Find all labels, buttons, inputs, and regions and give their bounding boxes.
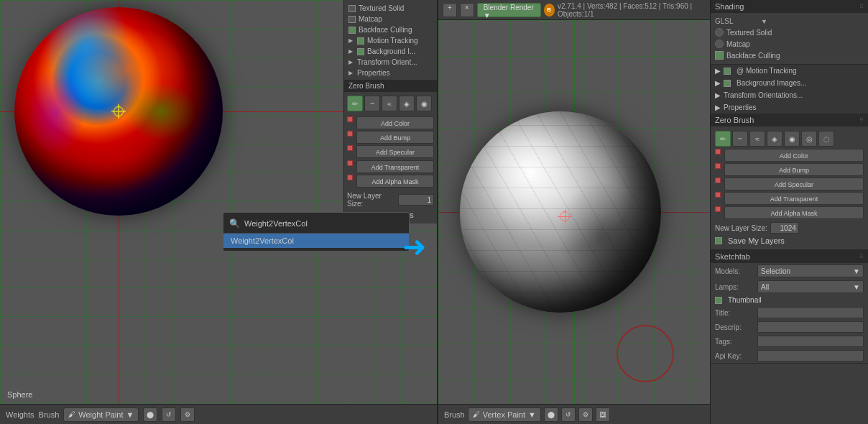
mode-dropdown[interactable]: 🖌 Weight Paint ▼ (63, 407, 139, 422)
textured-solid-row[interactable]: Textured Solid (715, 27, 864, 38)
overlay-bg-label: Background I... (367, 47, 415, 55)
vertex-paint-sphere (460, 111, 661, 313)
zero-brush-title: Zero Brush (715, 116, 754, 124)
red-circle-decoration (617, 325, 674, 382)
thumbnail-checkbox[interactable] (715, 297, 722, 304)
tool-btn-blur-r[interactable]: ◉ (784, 131, 800, 147)
sphere-btn[interactable]: ⬤ (143, 407, 157, 422)
tool-btn-avg-r[interactable]: ◎ (801, 131, 817, 147)
new-layer-row: New Layer Size: (344, 190, 437, 209)
add-alpha-btn[interactable]: Add Alpha Mask (356, 175, 434, 188)
zero-brush-header: Zero Brush (344, 80, 437, 92)
sketchfab-header[interactable]: Sketchfab ⠿ (711, 250, 868, 263)
refresh-btn[interactable]: ↺ (162, 407, 176, 422)
zero-brush-drag: ⠿ (859, 117, 864, 124)
zero-brush-tools: ✏ ~ ≈ ◈ ◉ (344, 93, 437, 114)
background-images-row[interactable]: ▶ Background Images... (711, 77, 868, 89)
backface-culling-label: Backface Culling (726, 52, 780, 60)
properties-row[interactable]: ▶ Properties (711, 101, 868, 114)
render-engine-btn[interactable]: Blender Render ▼ (477, 3, 541, 17)
backface-culling-row[interactable]: Backface Culling (715, 50, 864, 61)
thumbnail-row: Thumbnail (711, 295, 868, 305)
add-color-btn-r[interactable]: Add Color (724, 149, 864, 162)
transform-row[interactable]: ▶ Transform Orientations... (711, 89, 868, 101)
title-input[interactable] (757, 307, 864, 318)
sketchfab-drag: ⠿ (859, 254, 864, 260)
new-layer-input-r[interactable] (770, 222, 799, 234)
description-input[interactable] (757, 321, 864, 333)
overlay-motion-tracking[interactable]: ▶ Motion Tracking (344, 35, 437, 46)
tool-btn-smear-r[interactable]: ≈ (749, 131, 765, 147)
new-layer-row-r: New Layer Size: (715, 221, 864, 235)
tool-btn-smudge-r[interactable]: ◌ (818, 131, 834, 147)
add-alpha-row: Add Alpha Mask (347, 175, 434, 188)
overlay-transform[interactable]: ▶ Transform Orient... (344, 57, 437, 68)
tool-smear[interactable]: ≈ (382, 96, 397, 111)
tool-soften[interactable]: ~ (364, 96, 380, 111)
properties-arrow: ▶ (715, 103, 721, 111)
right-mode-dropdown[interactable]: 🖌 Vertex Paint ▼ (468, 407, 541, 422)
lamps-label: Lamps: (715, 283, 754, 291)
right-bottom-bar: Brush 🖌 Vertex Paint ▼ ⬤ ↺ ⚙ 🖼 (438, 404, 710, 424)
zero-brush-header-r[interactable]: Zero Brush ⠿ (711, 114, 868, 126)
add-buttons-container: Add Color Add Bump Add Specular Add Tran… (344, 114, 437, 190)
add-transparent-btn[interactable]: Add Transparent (356, 160, 434, 173)
crosshair-circle (114, 106, 124, 116)
overlay-transform-label: Transform Orient... (357, 58, 417, 66)
arrow-bg: ▶ (348, 48, 353, 55)
glsl-dropdown-arrow: ▼ (761, 18, 767, 25)
close-view-btn[interactable]: × (460, 3, 474, 17)
img-btn[interactable]: 🖼 (596, 407, 610, 422)
search-icon: 🔍 (229, 218, 240, 229)
weights-label: Weights (6, 410, 34, 419)
new-layer-size-input[interactable] (398, 194, 434, 206)
left-bottom-bar: Weights Brush 🖌 Weight Paint ▼ ⬤ ↺ ⚙ (0, 404, 437, 424)
tool-btn-clone-r[interactable]: ◈ (767, 131, 782, 147)
tool-draw[interactable]: ✏ (347, 96, 363, 111)
add-transparent-btn-r[interactable]: Add Transparent (724, 192, 864, 205)
right-panel: + × Blender Render ▼ B v2.71.4 | Verts:4… (438, 0, 868, 424)
add-color-icon-r (715, 149, 721, 155)
matcap-row[interactable]: Matcap (715, 38, 864, 50)
overlay-matcap-label: Matcap (359, 15, 382, 23)
mode-arrow: ▼ (126, 410, 134, 419)
add-specular-btn-r[interactable]: Add Specular (724, 178, 864, 190)
overlay-backface-culling[interactable]: Backface Culling (344, 24, 437, 35)
overlay-properties[interactable]: ▶ Properties (344, 68, 437, 78)
tool-clone[interactable]: ◈ (399, 96, 415, 111)
add-alpha-btn-r[interactable]: Add Alpha Mask (724, 206, 864, 219)
right-viewport[interactable] (438, 20, 710, 404)
zero-brush-section: Zero Brush ⠿ ✏ ~ ≈ ◈ ◉ ◎ ◌ (711, 114, 868, 250)
motion-tracking-row[interactable]: ▶ @ Motion Tracking (711, 65, 868, 77)
save-layers-checkbox-r[interactable] (715, 237, 722, 244)
add-alpha-r: Add Alpha Mask (715, 206, 864, 219)
add-specular-btn[interactable]: Add Specular (356, 145, 434, 158)
tool-btn-soften-r[interactable]: ~ (732, 131, 748, 147)
add-transparent-row: Add Transparent (347, 160, 434, 173)
overlay-background[interactable]: ▶ Background I... (344, 46, 437, 57)
right-top-bar: + × Blender Render ▼ B v2.71.4 | Verts:4… (438, 0, 710, 20)
tags-input[interactable] (757, 336, 864, 347)
settings-btn[interactable]: ⚙ (180, 407, 195, 422)
lamps-row: Lamps: All ▼ (711, 279, 868, 295)
overlay-textured-solid[interactable]: Textured Solid (344, 3, 437, 14)
right-refresh-btn[interactable]: ↺ (561, 407, 576, 422)
overlay-matcap[interactable]: Matcap (344, 14, 437, 24)
add-bump-btn-r[interactable]: Add Bump (724, 163, 864, 176)
models-label: Models: (715, 267, 754, 275)
add-specular-row: Add Specular (347, 145, 434, 158)
shading-header[interactable]: Shading ⠿ (711, 0, 868, 13)
tool-btn-draw-r[interactable]: ✏ (715, 131, 731, 147)
right-settings-btn[interactable]: ⚙ (578, 407, 593, 422)
tool-blur[interactable]: ◉ (416, 96, 432, 111)
lamps-dropdown[interactable]: All ▼ (757, 280, 864, 293)
dropdown-item-0[interactable]: Weight2VertexCol (223, 234, 409, 248)
right-crosshair (558, 209, 572, 223)
right-sphere-btn[interactable]: ⬤ (544, 407, 558, 422)
add-bump-btn[interactable]: Add Bump (356, 131, 434, 144)
api-key-input[interactable] (757, 350, 864, 361)
models-dropdown[interactable]: Selection ▼ (757, 264, 864, 277)
tags-row: Tags: (711, 334, 868, 349)
add-color-btn[interactable]: Add Color (356, 116, 434, 129)
add-view-btn[interactable]: + (443, 3, 457, 17)
